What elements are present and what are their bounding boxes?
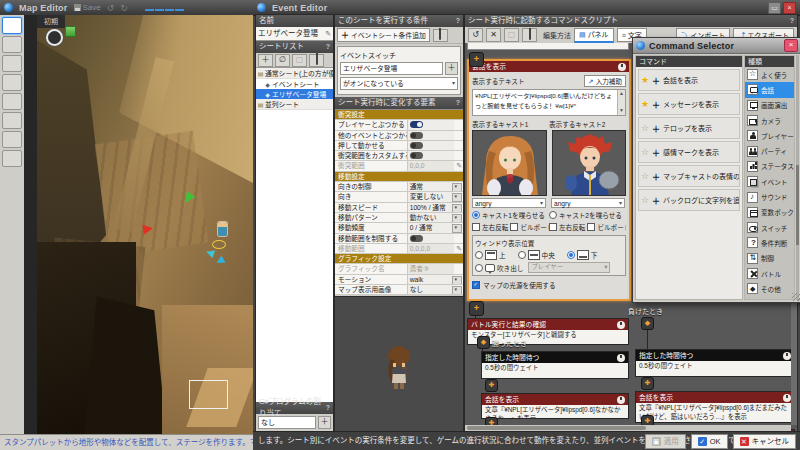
favorite-star-icon[interactable]: ★ (641, 75, 649, 85)
help-icon[interactable]: ? (326, 41, 330, 53)
billboard-cast1-checkbox[interactable] (510, 223, 518, 231)
input-assist-button[interactable]: ↗ 入力補助 (584, 75, 626, 87)
property-control[interactable] (410, 121, 423, 128)
edit-pencil-icon[interactable]: ✎ (325, 27, 331, 40)
property-row[interactable]: 押して動かせる (335, 141, 463, 151)
copy-sheet-button[interactable]: ▢ (292, 54, 307, 67)
command-type-item[interactable]: 変数ボックス (745, 205, 794, 220)
cast2-portrait[interactable] (552, 130, 627, 196)
command-type-item[interactable]: よく使う (745, 67, 794, 82)
map-viewport[interactable]: 初期 (37, 15, 253, 435)
property-row[interactable]: 衝突範囲をカスタムする (335, 151, 463, 161)
script-horizontal-scrollbar[interactable] (465, 425, 791, 431)
property-row[interactable]: 移動範囲を制限する (335, 234, 463, 244)
help-icon[interactable]: ? (456, 15, 460, 27)
add-command-icon[interactable]: ＋ (652, 171, 660, 182)
pos-bottom-radio[interactable] (567, 251, 575, 259)
property-control[interactable] (452, 214, 462, 223)
delete-command-button[interactable] (522, 28, 537, 42)
branch-node-icon[interactable]: ◆ (641, 317, 654, 330)
command-item[interactable]: ☆ ＋ 感情マークを表示 (638, 141, 740, 163)
message-text-input[interactable]: ¥NPL[エリザベータ]¥lipspd[0.6]悪いんだけどちょっと腕前を見せて… (472, 89, 626, 116)
cyan-arrow-marker[interactable] (205, 248, 215, 258)
text-scrollbar[interactable]: ▲▼ (617, 90, 625, 115)
viewport-tab[interactable]: 初期 (37, 15, 65, 28)
flip-cast2-checkbox[interactable] (549, 223, 557, 231)
property-control[interactable] (456, 162, 462, 170)
window-close-button[interactable]: × (783, 2, 796, 14)
property-control[interactable] (410, 132, 423, 139)
property-row[interactable]: 向きの制御 通常 (335, 182, 463, 192)
branch-node-icon[interactable]: ✚ (641, 377, 654, 390)
delete-condition-button[interactable] (433, 29, 448, 42)
cast1-portrait[interactable] (472, 130, 547, 196)
property-row[interactable]: 他のイベントとぶつかる (335, 131, 463, 141)
property-row[interactable]: 移動頻度 0 / 通常 (335, 223, 463, 233)
csharp-program-select[interactable]: なし (258, 416, 316, 429)
note-clock-icon[interactable] (783, 394, 791, 402)
speak-cast2-radio[interactable] (549, 211, 557, 219)
property-control[interactable] (452, 193, 462, 202)
command-type-item[interactable]: イベント (745, 174, 794, 189)
property-control[interactable] (452, 183, 462, 192)
command-type-item[interactable]: 会話 (745, 82, 794, 97)
property-control[interactable] (452, 276, 462, 285)
command-type-item[interactable]: ステータス (745, 159, 794, 174)
window-restore-button[interactable]: ▭ (768, 2, 781, 14)
help-icon[interactable]: ? (790, 15, 794, 27)
map-tool-button[interactable] (2, 150, 22, 167)
command-type-item[interactable]: 条件判断 (745, 235, 794, 250)
command-item[interactable]: ☆ ＋ バックログに文字列を追加 (638, 189, 740, 211)
help-icon[interactable]: ? (326, 402, 330, 414)
cancel-button[interactable]: ✕ キャンセル (733, 434, 797, 449)
command-selector-titlebar[interactable]: Command Selector × (633, 38, 800, 54)
property-row[interactable]: 移動パターン 動かない (335, 213, 463, 223)
command-type-item[interactable]: その他 (745, 281, 794, 296)
wait-command-lose[interactable]: 指定した時間待つ 0.5秒の間ウェイト (635, 349, 795, 377)
command-type-item[interactable]: パーティ (745, 143, 794, 158)
property-row[interactable]: 移動設定 (335, 172, 463, 182)
property-control[interactable] (452, 224, 462, 233)
balloon-target-select[interactable]: プレイヤー ▾ (528, 262, 610, 273)
sheet-list-item[interactable]: ◆ エリザベータ登場 (256, 89, 333, 99)
command-item[interactable]: ★ ＋ 会話を表示 (638, 69, 740, 91)
help-icon[interactable]: ? (456, 97, 460, 109)
event-character-sprite[interactable] (218, 222, 227, 236)
note-clock-icon[interactable] (617, 354, 625, 362)
command-type-item[interactable]: プレイヤー (745, 128, 794, 143)
command-type-item[interactable]: 画面演出 (745, 98, 794, 113)
add-condition-button[interactable]: ＋イベントシート条件追加 (337, 28, 430, 42)
command-item[interactable]: ★ ＋ メッセージを表示 (638, 93, 740, 115)
property-row[interactable]: 衝突範囲 0,0,0 (335, 161, 463, 171)
add-switch-button[interactable]: ＋ (445, 62, 458, 75)
command-type-item[interactable]: 制御 (745, 251, 794, 266)
map-tool-button[interactable] (2, 17, 22, 34)
command-type-item[interactable]: バトル (745, 266, 794, 281)
cut-icon[interactable]: ✕ (486, 28, 501, 42)
cast2-motion-select[interactable]: angry ▾ (551, 198, 625, 208)
property-control[interactable] (410, 142, 423, 149)
favorite-star-icon[interactable]: ★ (641, 99, 649, 109)
add-command-icon[interactable]: ＋ (652, 123, 660, 134)
app-gear-icon[interactable] (257, 3, 266, 12)
wait-command-win[interactable]: 指定した時間待つ 0.5秒の間ウェイト (481, 351, 629, 379)
add-sheet-button[interactable]: ＋ (258, 54, 273, 67)
talk-command-win[interactable]: 会話を表示 文章『¥NPL[エリザベータ]¥lipspd[0.6]なかなかやるね… (481, 393, 629, 419)
branch-node-icon[interactable]: ◆ (477, 336, 490, 349)
property-row[interactable]: 移動スピード 100% / 通常 (335, 203, 463, 213)
resize-grip[interactable] (792, 293, 800, 301)
billboard-cast2-checkbox[interactable] (587, 223, 595, 231)
property-control[interactable] (410, 152, 423, 159)
property-row[interactable]: 向き 変更しない (335, 192, 463, 202)
note-clock-icon[interactable] (617, 321, 625, 329)
note-clock-icon[interactable] (783, 352, 791, 360)
panel-mode-button[interactable]: ▤ パネル (574, 28, 614, 43)
speak-cast1-radio[interactable] (472, 211, 480, 219)
favorite-star-icon[interactable]: ☆ (641, 123, 649, 133)
redo-icon[interactable]: ↻ (120, 3, 128, 13)
red-arrow-marker[interactable] (142, 223, 153, 234)
cast1-motion-select[interactable]: angry ▾ (472, 198, 546, 208)
property-row[interactable]: マップ表示用画像 なし (335, 285, 463, 295)
map-tool-button[interactable] (2, 74, 22, 91)
map-tool-button[interactable] (2, 55, 22, 72)
